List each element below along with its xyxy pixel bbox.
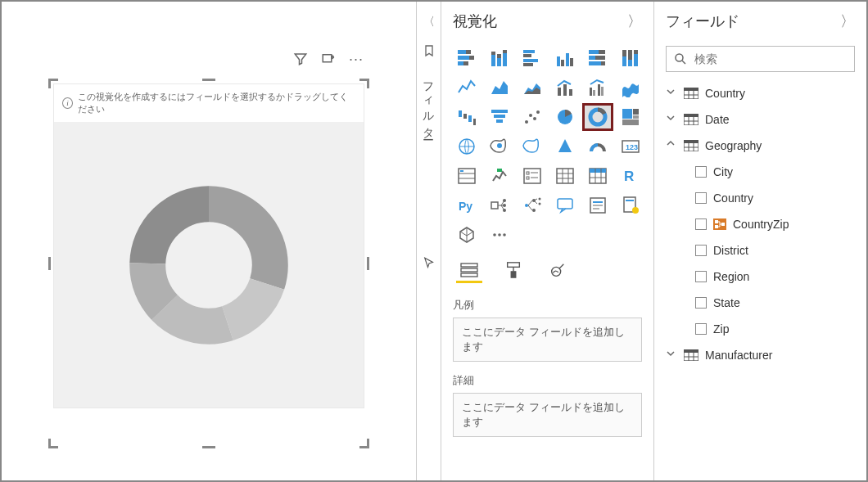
table-label: Date (705, 113, 730, 126)
viz-stacked-column[interactable] (486, 46, 513, 70)
field-checkbox[interactable] (695, 323, 707, 335)
search-input[interactable] (694, 52, 848, 65)
viz-multi-row-card[interactable] (453, 164, 481, 188)
table-manufacturer[interactable]: Manufacturer (666, 342, 855, 368)
viz-shape-map[interactable] (518, 134, 546, 159)
viz-funnel[interactable] (486, 105, 513, 129)
chevron-icon (666, 114, 677, 125)
viz-treemap[interactable] (617, 105, 644, 129)
resize-handle[interactable] (48, 79, 61, 92)
table-country[interactable]: Country (666, 80, 855, 106)
field-countryzip[interactable]: CountryZip (666, 211, 855, 237)
viz-map[interactable] (453, 134, 481, 159)
viz-r-visual[interactable] (617, 164, 644, 188)
viz-filled-map[interactable] (486, 134, 513, 159)
donut-visual-frame[interactable]: ··· i この視覚化を作成するにはフィールドを選択するかドラッグしてください (53, 83, 364, 444)
resize-handle[interactable] (48, 435, 61, 448)
table-icon (684, 349, 698, 361)
viz-clustered-bar[interactable] (518, 46, 546, 70)
viz-scatter[interactable] (518, 105, 546, 129)
viz-key-influencers[interactable] (486, 193, 513, 218)
resize-handle[interactable] (202, 446, 215, 448)
viz-pie[interactable] (551, 105, 579, 129)
viz-slicer[interactable] (518, 164, 546, 188)
legend-well: 凡例 ここにデータ フィールドを追加します (441, 290, 653, 365)
filters-pane-collapsed: 〈 フィルター (416, 2, 441, 480)
fields-search[interactable] (666, 46, 855, 72)
more-options-icon[interactable]: ··· (348, 51, 364, 67)
svg-point-11 (676, 54, 683, 61)
viz-hundred-stacked-column[interactable] (617, 46, 644, 70)
viz-waterfall[interactable] (453, 105, 481, 129)
field-label: Region (713, 270, 749, 283)
fields-tab[interactable] (456, 259, 482, 283)
viz-line-clustered-column[interactable] (584, 75, 612, 100)
viz-python-visual[interactable] (453, 193, 481, 218)
chevron-icon (666, 140, 677, 151)
resize-handle[interactable] (356, 435, 369, 448)
visual-info-bar: i この視覚化を作成するにはフィールドを選択するかドラッグしてください (53, 83, 364, 122)
table-label: Manufacturer (705, 349, 772, 362)
viz-app-source[interactable] (453, 223, 481, 247)
table-geography[interactable]: Geography (666, 133, 855, 159)
details-well: 詳細 ここにデータ フィールドを追加します (441, 365, 653, 440)
details-label: 詳細 (453, 373, 642, 388)
field-district[interactable]: District (666, 237, 855, 264)
viz-hundred-stacked-bar[interactable] (584, 46, 612, 70)
viz-gauge[interactable] (584, 134, 612, 159)
expand-filters-icon[interactable]: 〈 (423, 15, 435, 29)
collapse-fields-icon[interactable]: 〉 (840, 11, 855, 31)
viz-card[interactable] (617, 134, 644, 159)
viz-paginated[interactable] (617, 193, 644, 218)
field-checkbox[interactable] (695, 192, 707, 204)
viz-donut[interactable] (584, 105, 612, 129)
collapse-viz-icon[interactable]: 〉 (627, 11, 642, 31)
report-canvas[interactable]: ··· i この視覚化を作成するにはフィールドを選択するかドラッグしてください (2, 2, 416, 480)
field-state[interactable]: State (666, 290, 855, 316)
fields-pane-title: フィールド (666, 11, 739, 31)
viz-narrative[interactable] (584, 193, 612, 218)
viz-area[interactable] (486, 75, 513, 100)
svg-rect-6 (461, 264, 477, 267)
field-zip[interactable]: Zip (666, 316, 855, 342)
resize-handle[interactable] (202, 79, 215, 81)
viz-more[interactable] (486, 223, 513, 247)
viz-azure-map[interactable] (551, 134, 579, 159)
focus-mode-icon[interactable] (320, 51, 337, 67)
analytics-tab[interactable] (545, 259, 571, 283)
resize-handle[interactable] (48, 257, 51, 270)
field-city[interactable]: City (666, 159, 855, 185)
resize-handle[interactable] (367, 257, 369, 270)
field-country[interactable]: Country (666, 185, 855, 211)
viz-clustered-column[interactable] (551, 46, 579, 70)
field-region[interactable]: Region (666, 264, 855, 290)
field-checkbox[interactable] (695, 297, 707, 309)
fields-pane: フィールド 〉 CountryDateGeographyCityCountryC… (653, 2, 866, 480)
field-checkbox[interactable] (695, 218, 707, 230)
details-drop[interactable]: ここにデータ フィールドを追加します (453, 393, 642, 437)
format-tab[interactable] (500, 259, 527, 283)
table-label: Country (705, 87, 745, 100)
field-checkbox[interactable] (695, 271, 707, 282)
field-label: State (713, 296, 740, 309)
viz-matrix[interactable] (584, 164, 612, 188)
field-checkbox[interactable] (695, 166, 707, 178)
viz-line[interactable] (453, 75, 481, 100)
viz-stacked-area[interactable] (518, 75, 546, 100)
bookmark-icon[interactable] (423, 44, 436, 60)
viz-qa[interactable] (551, 193, 579, 218)
viz-tabs (441, 247, 653, 290)
table-date[interactable]: Date (666, 106, 855, 133)
viz-stacked-bar[interactable] (453, 46, 481, 70)
legend-drop[interactable]: ここにデータ フィールドを追加します (453, 318, 642, 362)
resize-handle[interactable] (356, 79, 369, 92)
hierarchy-icon (713, 218, 726, 230)
viz-table[interactable] (551, 164, 579, 188)
field-checkbox[interactable] (695, 245, 707, 256)
viz-decomposition-tree[interactable] (518, 193, 546, 218)
filters-label[interactable]: フィルター (422, 74, 436, 135)
filter-icon[interactable] (292, 51, 309, 67)
viz-line-stacked-column[interactable] (551, 75, 579, 100)
viz-ribbon[interactable] (617, 75, 644, 100)
viz-kpi[interactable] (486, 164, 513, 188)
